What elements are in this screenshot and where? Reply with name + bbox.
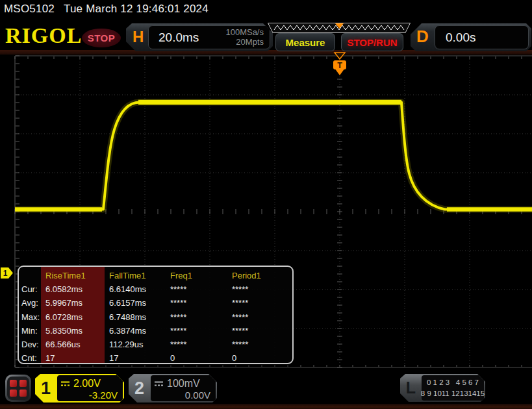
cell: *****: [227, 310, 292, 324]
row-label: Max:: [19, 310, 41, 324]
channel1-offset: -3.20V: [60, 390, 119, 401]
trigger-icon: T: [337, 61, 342, 70]
channel2-badge[interactable]: 2 100mV 0.00V: [129, 374, 217, 403]
channel1-values: 2.00V -3.20V: [57, 375, 123, 401]
logic-channels-badge[interactable]: L 0 1 2 3 4 5 6 7 8 9 1011 12131415: [400, 374, 485, 402]
menu-grid-icon: [5, 375, 31, 402]
logic-row2: 8 9 1011 12131415: [421, 388, 485, 399]
cell: *****: [166, 282, 227, 296]
logic-badge-frame: L 0 1 2 3 4 5 6 7 8 9 1011 12131415: [400, 374, 485, 402]
cell: 112.29us: [105, 338, 166, 351]
cell: *****: [227, 338, 292, 351]
row-label: Cnt:: [19, 351, 41, 364]
channel2-offset: 0.00V: [154, 390, 212, 401]
row-label: Min:: [19, 324, 41, 338]
cell: 6.0582ms: [41, 282, 105, 296]
cell: *****: [166, 338, 227, 351]
logic-label: L: [400, 374, 422, 402]
cell: 0: [227, 351, 292, 364]
channel1-badge-frame: 1 2.00V -3.20V: [35, 374, 124, 403]
cell: 6.3874ms: [105, 324, 166, 338]
cell: 6.6157ms: [105, 296, 166, 310]
cell: *****: [227, 282, 292, 296]
cell: *****: [166, 310, 227, 324]
cell: 6.7488ms: [105, 310, 166, 324]
col-header-risetime: RiseTime1: [41, 269, 105, 282]
cell: *****: [227, 296, 292, 310]
channel1-marker-label: 1: [3, 269, 8, 278]
oscilloscope-screen: MSO5102Tue March 12 19:46:01 2024 RIGOL …: [0, 0, 532, 409]
channel1-position-marker[interactable]: 1: [1, 267, 13, 279]
channel2-badge-frame: 2 100mV 0.00V: [129, 374, 217, 403]
channel1-waveform: [15, 103, 532, 210]
channel1-number: 1: [35, 374, 57, 403]
row-label: Cur:: [19, 282, 41, 296]
cell: 5.9967ms: [41, 296, 105, 310]
cell: *****: [227, 324, 292, 338]
menu-grid-button[interactable]: [5, 375, 31, 402]
cell: *****: [166, 296, 227, 310]
channel2-scale: 100mV: [167, 377, 200, 390]
dc-coupling-icon: [154, 380, 164, 387]
logic-channel-numbers: 0 1 2 3 4 5 6 7 8 9 1011 12131415: [422, 375, 484, 401]
cell: 6.6140ms: [105, 282, 166, 296]
col-header-freq: Freq1: [166, 269, 227, 282]
cell: *****: [166, 324, 227, 338]
cell: 0: [166, 351, 227, 364]
measurement-table: RiseTime1 FallTime1 Freq1 Period1 Cur: 6…: [19, 267, 292, 363]
logic-row1: 0 1 2 3 4 5 6 7: [427, 377, 479, 388]
channel2-number: 2: [129, 374, 150, 403]
cell: 5.8350ms: [41, 324, 105, 338]
cell: 17: [41, 351, 105, 364]
cell: 6.0728ms: [41, 310, 105, 324]
measurement-panel[interactable]: RiseTime1 FallTime1 Freq1 Period1 Cur: 6…: [18, 266, 294, 364]
dc-coupling-icon: [60, 380, 70, 387]
row-label: Dev:: [19, 338, 41, 351]
cell: 17: [105, 351, 166, 364]
channel1-badge[interactable]: 1 2.00V -3.20V: [35, 374, 124, 403]
channel1-scale: 2.00V: [73, 377, 101, 390]
cell: 66.566us: [41, 338, 105, 351]
col-header-falltime: FallTime1: [105, 269, 166, 282]
channel2-values: 100mV 0.00V: [151, 375, 216, 401]
col-header-period: Period1: [227, 269, 292, 282]
row-label: Avg:: [19, 296, 41, 310]
